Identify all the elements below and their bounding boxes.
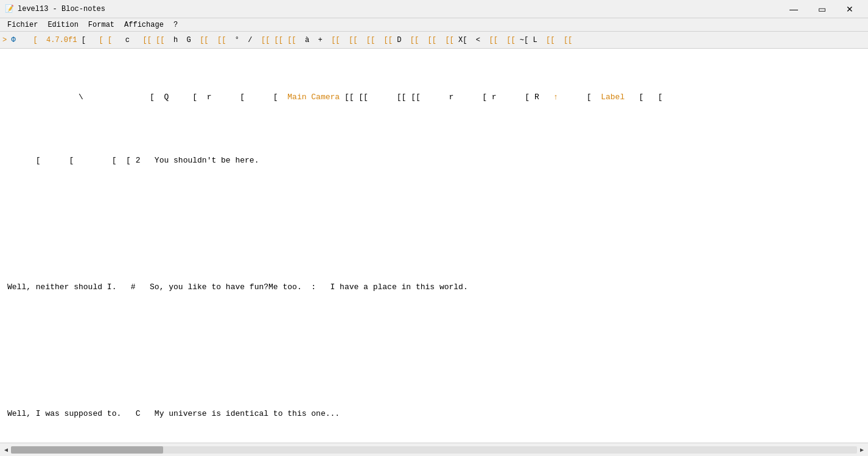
content-line-4: Well, neither should I. # So, you like t… — [7, 281, 861, 294]
menu-bar: Fichier Edition Format Affichage ? — [0, 18, 868, 32]
content-line-2: [ [ [ [ 2 You shouldn't be here. — [7, 155, 861, 167]
title-bar-left: 📝 level13 - Bloc-notes — [5, 4, 105, 13]
scroll-left-button[interactable]: ◀ — [1, 445, 11, 455]
scrollbar-thumb[interactable] — [11, 446, 163, 454]
close-button[interactable]: ✕ — [836, 0, 863, 18]
maximize-button[interactable]: ▭ — [808, 0, 835, 18]
menu-affichage[interactable]: Affichage — [119, 19, 169, 30]
content-line-blank1 — [7, 218, 861, 231]
content-line-1: \ [ Q [ r [ [ Main Camera [[ [[ [[ [[ r … — [7, 91, 861, 104]
minimize-button[interactable]: — — [780, 0, 807, 18]
scrollbar-area: ◀ ▶ — [0, 443, 868, 456]
title-bar: 📝 level13 - Bloc-notes — ▭ ✕ — [0, 0, 868, 18]
scroll-right-button[interactable]: ▶ — [857, 445, 867, 455]
content-line-6: Well, I was supposed to. C My universe i… — [7, 408, 861, 421]
scrollbar-track[interactable] — [11, 446, 857, 454]
menu-edition[interactable]: Edition — [43, 19, 83, 30]
window-title: level13 - Bloc-notes — [18, 5, 105, 13]
menu-fichier[interactable]: Fichier — [2, 19, 43, 30]
title-bar-controls: — ▭ ✕ — [780, 0, 863, 18]
menu-help[interactable]: ? — [169, 19, 183, 30]
toolbar-text: > Φ [ 4.7.0f1 [ [ [ c [[ [[ h G [[ [[ ° … — [2, 36, 572, 44]
menu-format[interactable]: Format — [83, 19, 119, 30]
content-line-blank2 — [7, 345, 861, 357]
toolbar: > Φ [ 4.7.0f1 [ [ [ c [[ [[ h G [[ [[ ° … — [0, 32, 868, 49]
content-area[interactable]: \ [ Q [ r [ [ Main Camera [[ [[ [[ [[ r … — [0, 49, 868, 443]
notepad-icon: 📝 — [5, 4, 14, 13]
